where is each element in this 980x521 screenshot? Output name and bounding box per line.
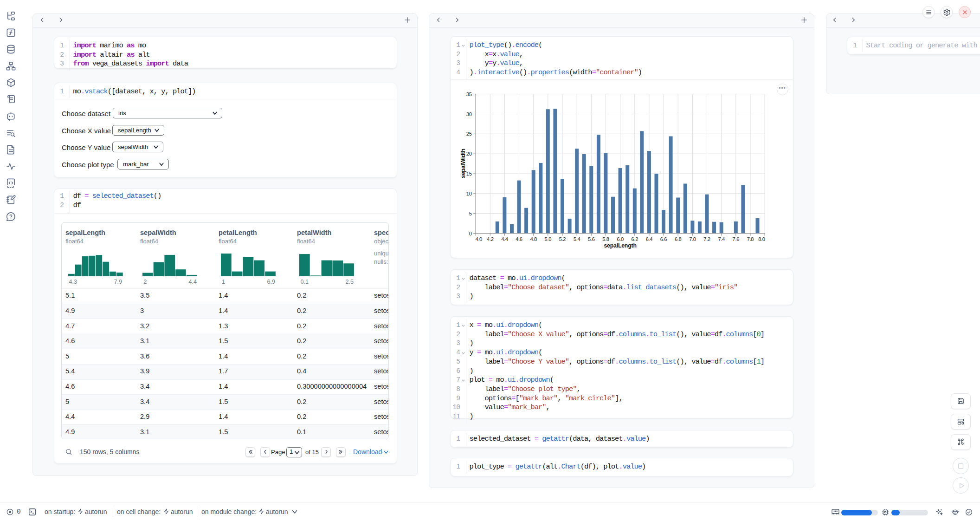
svg-text:6.2: 6.2 xyxy=(632,236,638,242)
svg-text:35: 35 xyxy=(466,91,472,97)
svg-text:6.8: 6.8 xyxy=(675,236,682,242)
svg-text:6.0: 6.0 xyxy=(617,236,624,242)
svg-text:6.6: 6.6 xyxy=(660,236,667,242)
svg-text:7.0: 7.0 xyxy=(689,236,696,242)
svg-text:5.6: 5.6 xyxy=(588,236,595,242)
svg-text:7.8: 7.8 xyxy=(747,236,754,242)
svg-text:sepalLength: sepalLength xyxy=(604,242,636,249)
svg-text:25: 25 xyxy=(466,131,472,137)
svg-text:15: 15 xyxy=(466,171,472,176)
svg-text:4.0: 4.0 xyxy=(476,236,483,242)
svg-text:4.6: 4.6 xyxy=(516,236,522,242)
svg-text:0: 0 xyxy=(469,231,472,236)
svg-text:4.2: 4.2 xyxy=(487,236,494,242)
svg-text:sepalWidth: sepalWidth xyxy=(460,149,466,178)
svg-text:4.8: 4.8 xyxy=(530,236,537,242)
svg-text:4.4: 4.4 xyxy=(501,236,508,242)
svg-text:6.4: 6.4 xyxy=(646,236,653,242)
svg-text:30: 30 xyxy=(466,111,472,117)
svg-text:7.4: 7.4 xyxy=(718,236,725,242)
svg-text:5.2: 5.2 xyxy=(559,236,566,242)
svg-text:5: 5 xyxy=(469,211,472,216)
svg-text:8.0: 8.0 xyxy=(758,236,765,242)
svg-text:7.2: 7.2 xyxy=(703,236,710,242)
svg-text:5.4: 5.4 xyxy=(574,236,580,242)
svg-text:20: 20 xyxy=(466,151,472,156)
svg-text:5.0: 5.0 xyxy=(545,236,552,242)
svg-text:10: 10 xyxy=(466,191,472,196)
svg-text:7.6: 7.6 xyxy=(733,236,740,242)
svg-text:5.8: 5.8 xyxy=(602,236,609,242)
